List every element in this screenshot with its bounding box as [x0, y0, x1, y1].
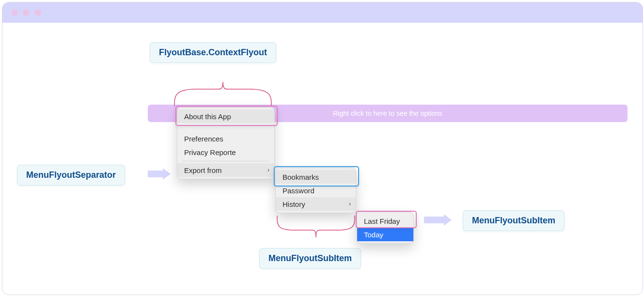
- label-text: MenuFlyoutSeparator: [26, 170, 116, 180]
- window-dot-minimize[interactable]: [23, 9, 30, 16]
- label-text: MenuFlyoutSubItem: [472, 216, 555, 225]
- titlebar: [2, 2, 643, 23]
- menu-item-label: Preferences: [184, 135, 223, 143]
- label-menuflyoutsubitem-bottom: MenuFlyoutSubItem: [259, 248, 361, 269]
- label-menuflyoutseparator: MenuFlyoutSeparator: [17, 165, 125, 186]
- menu-item-preferences[interactable]: Preferences: [177, 132, 274, 145]
- menu-item-history[interactable]: History ›: [276, 197, 356, 211]
- menu-item-bookmarks[interactable]: Bookmarks: [276, 170, 356, 184]
- chevron-right-icon: ›: [267, 167, 269, 173]
- menu-item-label: Bookmarks: [283, 173, 319, 181]
- context-area-hint: Right click to here to see the options: [333, 109, 442, 117]
- diagram-canvas: Right click to here to see the options F…: [2, 23, 643, 295]
- menu-item-password[interactable]: Password: [276, 184, 356, 197]
- app-window: Right click to here to see the options F…: [2, 2, 643, 295]
- arrow-subitem-right: [424, 217, 446, 223]
- label-flyoutbase-contextflyout: FlyoutBase.ContextFlyout: [150, 42, 276, 63]
- menu-item-label: Last Friday: [364, 217, 400, 225]
- menu-item-export[interactable]: Export from ›: [177, 163, 274, 177]
- context-menu-1: About this App Preferences Privacy Repor…: [177, 107, 275, 179]
- menu-item-label: Export from: [184, 166, 222, 174]
- menu-item-last-friday[interactable]: Last Friday: [357, 214, 413, 228]
- arrow-separator: [148, 171, 165, 177]
- menu-item-label: Privacy Reporte: [184, 148, 236, 156]
- context-menu-2: Bookmarks Password History ›: [275, 168, 356, 213]
- window-dot-zoom[interactable]: [34, 9, 41, 16]
- chevron-right-icon: ›: [349, 201, 351, 207]
- menu-item-label: Password: [283, 187, 314, 195]
- menu-item-today[interactable]: Today: [357, 228, 413, 241]
- menu-item-label: Today: [364, 231, 383, 239]
- window-dot-close[interactable]: [11, 9, 18, 16]
- menu-item-label: History: [283, 200, 305, 208]
- context-menu-3: Last Friday Today: [357, 212, 414, 244]
- menu-item-about[interactable]: About this App: [177, 109, 274, 123]
- brace-top: [172, 67, 274, 106]
- menu-separator: [182, 161, 269, 161]
- label-text: MenuFlyoutSubItem: [268, 253, 352, 263]
- label-text: FlyoutBase.ContextFlyout: [159, 47, 267, 57]
- menu-item-label: About this App: [184, 112, 231, 121]
- brace-bottom: [275, 216, 357, 242]
- menu-item-privacy[interactable]: Privacy Reporte: [177, 145, 274, 159]
- label-menuflyoutsubitem-right: MenuFlyoutSubItem: [463, 210, 565, 231]
